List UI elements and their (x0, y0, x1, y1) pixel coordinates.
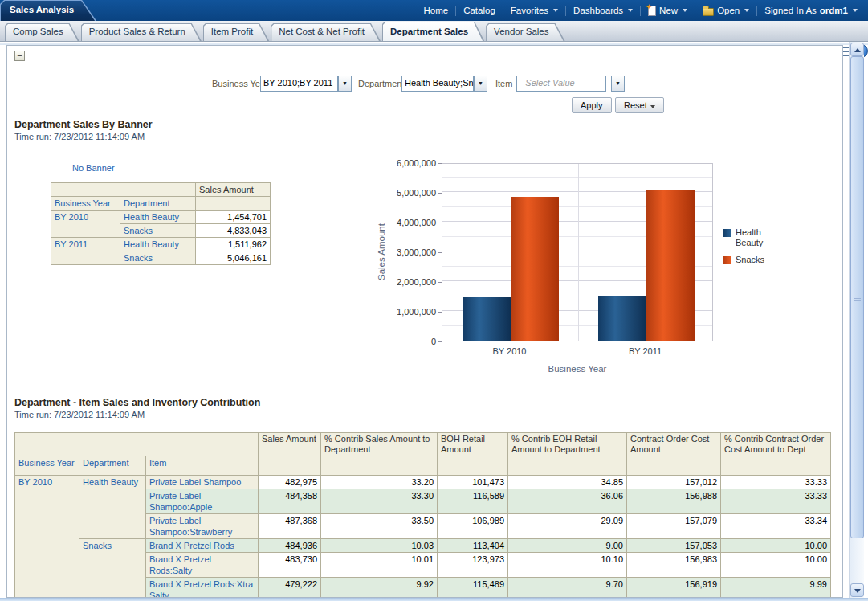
sales-bar-chart: Sales Amount Health BeautySnacks Busines… (365, 158, 839, 383)
measure-cell: 487,368 (259, 514, 321, 539)
business-year-cell[interactable]: BY 2011 (51, 238, 120, 265)
item-cell[interactable]: Private Label Shampoo (146, 476, 259, 489)
collapse-section-button[interactable]: − (14, 51, 25, 61)
department-filter-input[interactable]: Health Beauty;Snacks (401, 76, 474, 92)
y-axis-tick (438, 193, 442, 194)
measure-cell: 9.92 (321, 578, 438, 599)
empty-header-cell (196, 197, 271, 211)
bar-snacks[interactable] (646, 190, 695, 341)
tab-department-sales[interactable]: Department Sales (382, 22, 484, 41)
measure-cell: 483,730 (259, 553, 321, 578)
menu-item-home[interactable]: Home (416, 6, 455, 15)
department-dropdown-button[interactable]: ▼ (474, 76, 487, 92)
item-cell[interactable]: Brand X Pretzel Rods:Salty (146, 553, 259, 578)
banner-sales-table: Sales AmountBusiness YearDepartmentBY 20… (51, 182, 271, 265)
chevron-down-icon (744, 9, 749, 12)
y-axis-tick (438, 252, 442, 253)
measure-cell: 156,983 (627, 553, 721, 578)
measure-header: Sales Amount (259, 433, 321, 456)
measure-cell: 10.10 (508, 553, 627, 578)
sales-amount-cell: 1,511,962 (196, 238, 271, 251)
item-dropdown-button[interactable]: ▼ (611, 76, 625, 92)
dimension-header[interactable]: Business Year (15, 456, 79, 476)
tab-net-cost-net-profit[interactable]: Net Cost & Net Profit (271, 23, 381, 41)
menu-item-favorites[interactable]: Favorites (503, 6, 565, 15)
menu-item-open[interactable]: Open (695, 6, 756, 16)
dashboard-tabbar: Comp SalesProduct Sales & ReturnItem Pro… (0, 21, 868, 42)
bar-health-beauty[interactable] (598, 296, 646, 341)
department-cell[interactable]: Health Beauty (120, 238, 196, 251)
bar-snacks[interactable] (511, 197, 559, 341)
dimension-header[interactable]: Item (146, 456, 259, 476)
menu-item-new[interactable]: New (641, 6, 695, 16)
department-cell[interactable]: Health Beauty (120, 211, 196, 224)
item-contribution-table: Sales Amount% Contrib Sales Amount to De… (14, 432, 831, 598)
tab-vendor-sales[interactable]: Vendor Sales (486, 23, 564, 41)
tab-item-profit[interactable]: Item Profit (203, 23, 269, 41)
department-cell[interactable]: Snacks (120, 224, 196, 238)
reset-button[interactable]: Reset (615, 97, 664, 113)
tab-product-sales-return[interactable]: Product Sales & Return (81, 23, 202, 41)
new-document-icon (648, 6, 656, 16)
menu-item-signed-in-as[interactable]: Signed In Asordm1 (757, 6, 865, 15)
measure-cell: 10.03 (321, 539, 438, 553)
vertical-scrollbar[interactable] (849, 42, 864, 598)
apply-button[interactable]: Apply (572, 97, 612, 113)
measure-header: % Contrib Contract Order Cost Amount to … (721, 433, 831, 456)
measure-header: BOH Retail Amount (438, 433, 508, 456)
item-cell[interactable]: Private Label Shampoo:Strawberry (146, 514, 259, 539)
table-header-row: Business YearDepartmentItem (15, 456, 831, 476)
scrollbar-thumb[interactable] (850, 56, 864, 538)
item-cell[interactable]: Brand X Pretzel Rods (146, 539, 259, 553)
item-cell[interactable]: Brand X Pretzel Rods:Xtra Salty (146, 578, 259, 599)
category-divider (578, 164, 579, 341)
business-year-dropdown-button[interactable]: ▼ (338, 76, 352, 92)
measure-cell: 29.09 (508, 514, 627, 539)
menu-item-label: Favorites (511, 6, 548, 15)
item-cell[interactable]: Private Label Shampoo:Apple (146, 489, 259, 514)
scroll-down-icon[interactable] (850, 583, 864, 597)
global-menu: HomeCatalogFavoritesDashboardsNewOpenSig… (416, 0, 865, 21)
department-cell[interactable]: Health Beauty (79, 476, 146, 539)
menu-item-dashboards[interactable]: Dashboards (566, 6, 640, 15)
scroll-up-icon[interactable] (850, 43, 864, 56)
business-year-header[interactable]: Business Year (51, 197, 120, 211)
menu-item-catalog[interactable]: Catalog (456, 6, 503, 15)
department-header[interactable]: Department (120, 197, 196, 211)
y-axis-tick-label: 6,000,000 (365, 158, 436, 168)
measure-cell: 115,489 (438, 578, 508, 599)
business-year-filter-input[interactable]: BY 2010;BY 2011 (260, 76, 338, 92)
dimension-header[interactable]: Department (79, 456, 146, 476)
y-axis-tick (438, 163, 442, 164)
measure-header: Contract Order Cost Amount (627, 433, 721, 456)
item-filter-input[interactable]: --Select Value-- (516, 76, 606, 92)
dashboard-title: Sales Analysis (0, 0, 96, 14)
measure-cell: 479,222 (259, 578, 321, 599)
x-axis-category-label: BY 2010 (478, 346, 542, 356)
department-cell[interactable]: Snacks (79, 539, 146, 599)
empty-header-cell (721, 456, 831, 476)
dashboard-page: Sales Analysis HomeCatalogFavoritesDashb… (0, 0, 868, 601)
section2-title: Department - Item Sales and Inventory Co… (14, 397, 260, 408)
business-year-cell[interactable]: BY 2010 (15, 476, 79, 599)
business-year-cell[interactable]: BY 2010 (51, 211, 120, 238)
no-banner-link[interactable]: No Banner (72, 163, 115, 173)
chevron-down-icon (553, 9, 558, 12)
measure-cell: 10.00 (721, 539, 831, 553)
legend-swatch (723, 229, 731, 237)
bar-health-beauty[interactable] (463, 297, 511, 341)
tab-label: Product Sales & Return (81, 23, 202, 36)
measure-cell: 482,975 (259, 476, 321, 489)
measure-cell: 157,079 (627, 514, 721, 539)
y-axis-tick-label: 1,000,000 (365, 307, 436, 317)
legend-swatch (723, 256, 731, 264)
chart-legend: Health BeautySnacks (723, 227, 777, 272)
measure-header: % Contrib Sales Amount to Department (321, 433, 438, 456)
tab-comp-sales[interactable]: Comp Sales (5, 23, 79, 41)
menu-item-label: Signed In As (764, 6, 817, 15)
menu-item-label: Open (717, 6, 740, 15)
department-cell[interactable]: Snacks (120, 251, 196, 265)
chevron-down-icon (628, 9, 633, 12)
sales-amount-cell: 4,833,043 (196, 224, 271, 238)
measure-cell: 10.00 (721, 553, 831, 578)
